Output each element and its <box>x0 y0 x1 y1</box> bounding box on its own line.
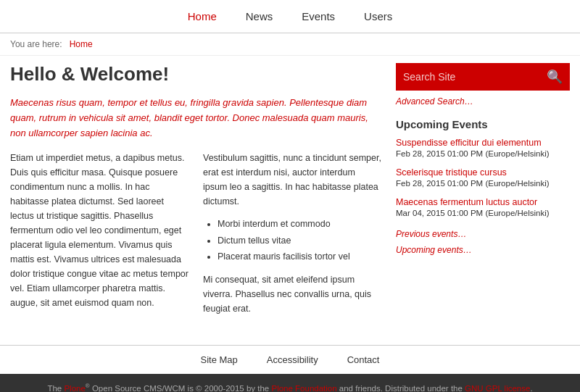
event-item-1: Suspendisse efficitur dui elementum Feb … <box>396 138 570 159</box>
contact-link[interactable]: Contact <box>347 354 380 365</box>
list-item: Morbi interdum et commodo <box>218 216 381 233</box>
accessibility-link[interactable]: Accessibility <box>267 354 318 365</box>
event-date-1: Feb 28, 2015 01:00 PM (Europe/Helsinki) <box>396 149 550 158</box>
foundation-link[interactable]: Plone Foundation <box>271 384 336 392</box>
event-date-2: Feb 28, 2015 01:00 PM (Europe/Helsinki) <box>396 179 550 188</box>
event-date-3: Mar 04, 2015 01:00 PM (Europe/Helsinki) <box>396 209 550 217</box>
list-item: Placerat mauris facilisis tortor vel <box>218 249 381 265</box>
right-list: Morbi interdum et commodo Dictum tellus … <box>218 216 381 265</box>
sitemap-link[interactable]: Site Map <box>201 354 238 365</box>
advanced-search-link[interactable]: Advanced Search… <box>396 96 570 107</box>
license-link[interactable]: GNU GPL license <box>465 384 530 392</box>
event-title-3[interactable]: Maecenas fermentum luctus auctor <box>396 197 570 207</box>
plone-link[interactable]: Plone <box>64 384 85 392</box>
right-body1: Vestibulum sagittis, nunc a tincidunt se… <box>203 151 381 209</box>
previous-events-link[interactable]: Previous events… <box>396 227 570 243</box>
upcoming-events-title: Upcoming Events <box>396 118 570 130</box>
event-title-1[interactable]: Suspendisse efficitur dui elementum <box>396 138 570 148</box>
nav-events[interactable]: Events <box>302 10 335 22</box>
footer-text-end: . <box>530 384 532 392</box>
page-title: Hello & Welcome! <box>10 63 381 86</box>
breadcrumb-home[interactable]: Home <box>70 39 93 49</box>
left-column: Etiam ut imperdiet metus, a dapibus metu… <box>10 151 188 323</box>
footer-text-before: The <box>47 384 64 392</box>
left-body: Etiam ut imperdiet metus, a dapibus metu… <box>10 151 188 310</box>
intro-text: Maecenas risus quam, tempor et tellus eu… <box>10 96 381 141</box>
upcoming-events-link[interactable]: Upcoming events… <box>396 243 570 259</box>
event-item-2: Scelerisque tristique cursus Feb 28, 201… <box>396 167 570 188</box>
main-content: Hello & Welcome! Maecenas risus quam, te… <box>10 63 381 323</box>
search-box: 🔍 <box>396 63 570 91</box>
sidebar: 🔍 Advanced Search… Upcoming Events Suspe… <box>396 63 570 323</box>
main-container: Hello & Welcome! Maecenas risus quam, te… <box>0 56 580 330</box>
list-item: Dictum tellus vitae <box>218 233 381 249</box>
nav-news[interactable]: News <box>246 10 273 22</box>
search-input[interactable] <box>403 71 547 83</box>
event-title-2[interactable]: Scelerisque tristique cursus <box>396 167 570 178</box>
search-icon[interactable]: 🔍 <box>547 69 563 85</box>
nav-home[interactable]: Home <box>188 10 217 22</box>
event-item-3: Maecenas fermentum luctus auctor Mar 04,… <box>396 197 570 218</box>
nav-users[interactable]: Users <box>364 10 392 22</box>
right-column: Vestibulum sagittis, nunc a tincidunt se… <box>203 151 381 323</box>
main-nav: Home News Events Users <box>0 0 580 33</box>
breadcrumb: You are here: Home <box>0 33 580 56</box>
upcoming-events-section: Upcoming Events Suspendisse efficitur du… <box>396 118 570 258</box>
footer-text-middle: Open Source CMS/WCM is © 2000-2015 by th… <box>90 384 272 392</box>
two-col-layout: Etiam ut imperdiet metus, a dapibus metu… <box>10 151 381 323</box>
footer-text-after: and friends. Distributed under the <box>337 384 465 392</box>
right-body2: Mi consequat, sit amet eleifend ipsum vi… <box>203 272 381 316</box>
events-links: Previous events… Upcoming events… <box>396 227 570 258</box>
breadcrumb-prefix: You are here: <box>10 39 62 49</box>
footer-links: Site Map Accessibility Contact <box>0 345 580 374</box>
bottom-footer: The Plone® Open Source CMS/WCM is © 2000… <box>0 374 580 392</box>
